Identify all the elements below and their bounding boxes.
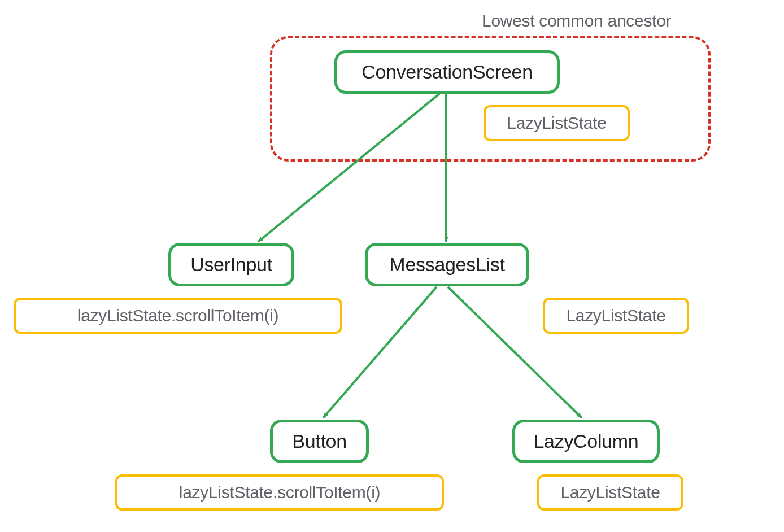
ancestor-label: Lowest common ancestor bbox=[482, 11, 671, 30]
annotation-label: lazyListState.scrollToItem(i) bbox=[179, 483, 380, 502]
node-conversation-screen: ConversationScreen bbox=[334, 50, 560, 94]
node-messages-list: MessagesList bbox=[365, 243, 529, 286]
node-button: Button bbox=[270, 420, 369, 463]
annotation-user-input: lazyListState.scrollToItem(i) bbox=[14, 298, 342, 334]
annotation-button: lazyListState.scrollToItem(i) bbox=[115, 474, 444, 511]
node-label: ConversationScreen bbox=[361, 61, 533, 83]
annotation-label: LazyListState bbox=[566, 306, 665, 325]
node-lazy-column: LazyColumn bbox=[512, 420, 660, 463]
annotation-lazy-column: LazyListState bbox=[537, 474, 683, 511]
node-user-input: UserInput bbox=[168, 243, 294, 286]
annotation-label: lazyListState.scrollToItem(i) bbox=[77, 306, 278, 325]
node-label: Button bbox=[292, 430, 347, 452]
annotation-label: LazyListState bbox=[560, 483, 660, 502]
annotation-messages-list: LazyListState bbox=[543, 298, 689, 334]
annotation-label: LazyListState bbox=[507, 114, 606, 133]
node-label: MessagesList bbox=[389, 254, 504, 276]
node-label: LazyColumn bbox=[534, 430, 639, 452]
annotation-lazy-list-state-top: LazyListState bbox=[484, 105, 630, 141]
node-label: UserInput bbox=[190, 254, 272, 276]
